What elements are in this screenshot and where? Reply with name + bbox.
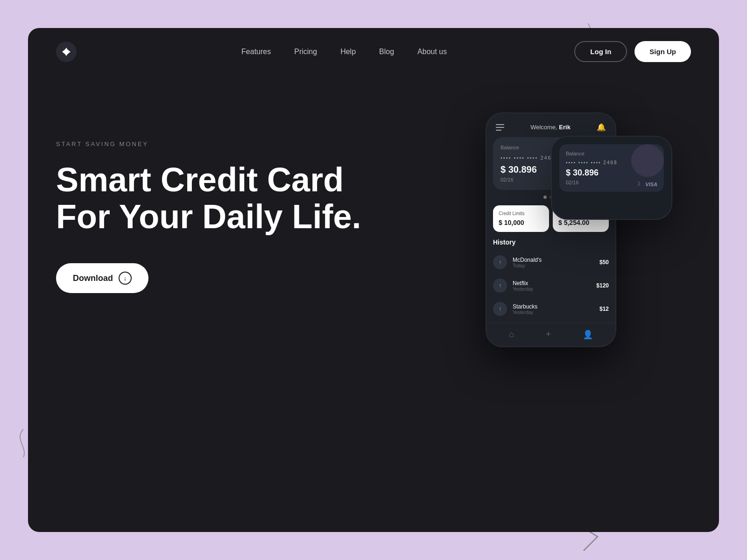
phone-bottom-nav: ⌂ + 👤 <box>486 322 615 346</box>
login-button[interactable]: Log In <box>574 41 627 62</box>
history-section-label: History <box>486 238 615 251</box>
starbucks-date: Yesterday <box>513 310 594 315</box>
mcdonalds-icon: ↑ <box>493 255 507 269</box>
starbucks-name: Starbucks <box>513 303 594 310</box>
mcdonalds-name: McDonald's <box>513 257 594 263</box>
nav-help[interactable]: Help <box>340 48 356 56</box>
netflix-icon: ↑ <box>493 279 507 293</box>
mcdonalds-date: Today <box>513 263 594 268</box>
hero-section: START SAVING MONEY Smart Credit Card For… <box>28 75 719 392</box>
starbucks-amount: $12 <box>599 306 609 312</box>
nav-features[interactable]: Features <box>241 48 271 56</box>
logo-icon <box>56 42 77 62</box>
phone-mockup-container: Welcome, Erik 🔔 Balance •••• •••• •••• 2… <box>458 112 691 392</box>
netflix-name: Netflix <box>513 280 591 287</box>
home-nav-icon[interactable]: ⌂ <box>509 329 514 340</box>
add-nav-icon[interactable]: + <box>546 329 551 340</box>
hero-title-line1: Smart Credit Card <box>56 161 344 198</box>
nav-pricing[interactable]: Pricing <box>294 48 317 56</box>
notification-bell-icon: 🔔 <box>597 123 606 132</box>
netflix-date: Yesterday <box>513 287 591 292</box>
sec-card-expiry: 02/16 <box>566 180 657 185</box>
starbucks-icon: ↑ <box>493 302 507 316</box>
header-buttons: Log In Sign Up <box>574 41 691 62</box>
download-label: Download <box>73 273 113 283</box>
secondary-card-inner: Balance •••• •••• •••• 2468 $ 30.896 02/… <box>552 137 671 199</box>
credit-limits-stat: Credit Limits $ 10,000 <box>493 205 549 232</box>
netflix-info: Netflix Yesterday <box>513 280 591 292</box>
hero-title-line2: For Your Daily Life. <box>56 198 361 235</box>
header: Features Pricing Help Blog About us Log … <box>28 28 719 75</box>
phone-secondary-card: Balance •••• •••• •••• 2468 $ 30.896 02/… <box>551 136 672 220</box>
main-card: Features Pricing Help Blog About us Log … <box>28 28 719 532</box>
mcdonalds-info: McDonald's Today <box>513 257 594 268</box>
nav: Features Pricing Help Blog About us <box>114 48 574 56</box>
signup-button[interactable]: Sign Up <box>634 41 691 62</box>
history-item-mcdonalds: ↑ McDonald's Today $50 <box>486 251 615 274</box>
history-item-netflix: ↑ Netflix Yesterday $120 <box>486 274 615 297</box>
hero-left: START SAVING MONEY Smart Credit Card For… <box>56 112 458 293</box>
hero-title: Smart Credit Card For Your Daily Life. <box>56 161 458 235</box>
profile-nav-icon[interactable]: 👤 <box>583 329 593 340</box>
starbucks-info: Starbucks Yesterday <box>513 303 594 315</box>
hero-eyebrow: START SAVING MONEY <box>56 140 458 147</box>
download-button[interactable]: Download ↓ <box>56 263 148 293</box>
mcdonalds-amount: $50 <box>599 259 609 266</box>
nav-about[interactable]: About us <box>417 48 447 56</box>
netflix-amount: $120 <box>596 282 609 289</box>
phone-welcome: Welcome, Erik <box>530 124 571 131</box>
logo <box>56 42 77 62</box>
sec-card-decoration <box>631 144 664 177</box>
history-item-starbucks: ↑ Starbucks Yesterday $12 <box>486 297 615 321</box>
phone-header: Welcome, Erik 🔔 <box>486 113 615 137</box>
sec-card-moon-icon: ☽ <box>635 181 641 187</box>
dot-1 <box>543 196 547 199</box>
credit-limits-label: Credit Limits <box>499 211 543 216</box>
monthly-spend-value: $ 5,254.00 <box>558 219 603 226</box>
hamburger-icon <box>496 124 504 131</box>
nav-blog[interactable]: Blog <box>379 48 394 56</box>
sec-card-visa: VISA <box>645 182 657 187</box>
credit-limits-value: $ 10,000 <box>499 219 543 226</box>
secondary-credit-card: Balance •••• •••• •••• 2468 $ 30.896 02/… <box>559 144 664 192</box>
download-icon: ↓ <box>119 272 132 285</box>
